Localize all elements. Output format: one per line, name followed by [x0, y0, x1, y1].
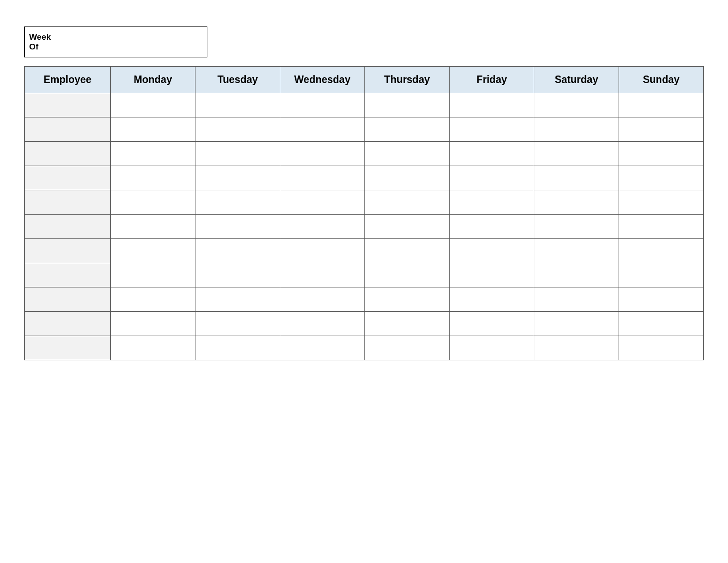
day-cell [619, 336, 704, 360]
day-cell [450, 336, 534, 360]
day-cell [280, 312, 365, 336]
day-cell [365, 336, 450, 360]
table-row [25, 336, 704, 360]
day-cell [195, 312, 280, 336]
day-cell [450, 93, 534, 117]
table-row [25, 142, 704, 166]
day-cell [111, 215, 195, 239]
day-cell [111, 117, 195, 142]
week-of-container: Week Of [24, 26, 704, 57]
day-cell [195, 239, 280, 263]
day-cell [280, 142, 365, 166]
day-cell [280, 166, 365, 190]
day-cell [365, 117, 450, 142]
day-cell [111, 93, 195, 117]
day-cell [619, 312, 704, 336]
column-header-sunday: Sunday [619, 67, 704, 93]
day-cell [619, 190, 704, 215]
day-cell [619, 166, 704, 190]
day-cell [450, 312, 534, 336]
day-cell [534, 287, 619, 312]
day-cell [111, 263, 195, 287]
employee-cell [25, 93, 111, 117]
day-cell [534, 263, 619, 287]
day-cell [195, 93, 280, 117]
day-cell [365, 287, 450, 312]
day-cell [195, 263, 280, 287]
table-row [25, 215, 704, 239]
column-header-tuesday: Tuesday [195, 67, 280, 93]
column-header-friday: Friday [450, 67, 534, 93]
day-cell [195, 117, 280, 142]
day-cell [111, 190, 195, 215]
column-header-wednesday: Wednesday [280, 67, 365, 93]
day-cell [195, 190, 280, 215]
table-row [25, 190, 704, 215]
day-cell [280, 117, 365, 142]
day-cell [111, 287, 195, 312]
day-cell [619, 142, 704, 166]
day-cell [619, 117, 704, 142]
day-cell [111, 336, 195, 360]
day-cell [195, 336, 280, 360]
day-cell [534, 239, 619, 263]
day-cell [280, 287, 365, 312]
table-header-row: Employee Monday Tuesday Wednesday Thursd… [25, 67, 704, 93]
day-cell [534, 215, 619, 239]
day-cell [619, 239, 704, 263]
day-cell [280, 215, 365, 239]
table-row [25, 239, 704, 263]
employee-cell [25, 263, 111, 287]
employee-cell [25, 215, 111, 239]
column-header-thursday: Thursday [365, 67, 450, 93]
employee-cell [25, 117, 111, 142]
day-cell [619, 263, 704, 287]
day-cell [280, 93, 365, 117]
day-cell [111, 312, 195, 336]
day-cell [365, 142, 450, 166]
schedule-table: Employee Monday Tuesday Wednesday Thursd… [24, 66, 704, 360]
day-cell [280, 190, 365, 215]
day-cell [534, 117, 619, 142]
day-cell [195, 215, 280, 239]
table-row [25, 287, 704, 312]
day-cell [450, 263, 534, 287]
day-cell [450, 142, 534, 166]
day-cell [534, 190, 619, 215]
day-cell [450, 239, 534, 263]
day-cell [450, 166, 534, 190]
employee-cell [25, 166, 111, 190]
table-row [25, 312, 704, 336]
day-cell [534, 312, 619, 336]
day-cell [280, 239, 365, 263]
day-cell [450, 215, 534, 239]
day-cell [365, 190, 450, 215]
day-cell [534, 166, 619, 190]
day-cell [280, 336, 365, 360]
day-cell [365, 263, 450, 287]
day-cell [619, 215, 704, 239]
employee-cell [25, 336, 111, 360]
table-row [25, 117, 704, 142]
day-cell [111, 142, 195, 166]
day-cell [365, 239, 450, 263]
table-body [25, 93, 704, 360]
day-cell [365, 93, 450, 117]
day-cell [450, 117, 534, 142]
day-cell [534, 93, 619, 117]
day-cell [111, 166, 195, 190]
day-cell [111, 239, 195, 263]
day-cell [534, 142, 619, 166]
day-cell [450, 287, 534, 312]
day-cell [534, 336, 619, 360]
day-cell [619, 287, 704, 312]
employee-cell [25, 312, 111, 336]
employee-cell [25, 287, 111, 312]
column-header-monday: Monday [111, 67, 195, 93]
column-header-saturday: Saturday [534, 67, 619, 93]
day-cell [365, 215, 450, 239]
day-cell [365, 312, 450, 336]
day-cell [195, 166, 280, 190]
employee-cell [25, 142, 111, 166]
week-of-label: Week Of [24, 26, 66, 57]
